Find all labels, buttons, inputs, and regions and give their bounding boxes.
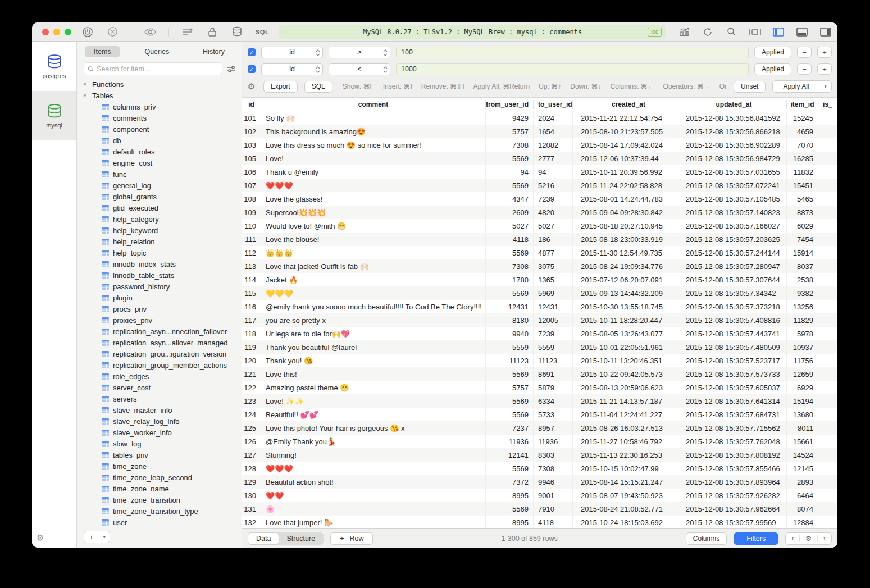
add-row-button[interactable]: + Row <box>330 532 373 545</box>
columns-button[interactable]: Columns <box>686 532 727 545</box>
column-header-item_id[interactable]: item_id <box>787 100 818 109</box>
sidebar-item-table[interactable]: procs_priv <box>77 303 242 314</box>
applied-button[interactable]: Applied <box>754 47 791 58</box>
sidebar-item-table[interactable]: comments <box>77 112 242 124</box>
tab-history[interactable]: History <box>194 46 234 57</box>
sidebar-item-table[interactable]: db <box>77 135 242 146</box>
refresh-icon[interactable] <box>702 26 714 38</box>
table-settings-gear-icon[interactable]: ⚙ <box>800 535 817 543</box>
settings-gear-icon[interactable]: ⚙ <box>37 533 44 543</box>
table-row[interactable]: 129Beautiful action shot!737299462015-08… <box>242 475 837 489</box>
table-row[interactable]: 105Love!556927772015-12-06 10:37:39.4420… <box>242 152 837 165</box>
sidebar-item-table[interactable]: plugin <box>77 292 242 303</box>
sidebar-item-table[interactable]: slave_master_info <box>77 404 242 416</box>
sql-editor-icon[interactable]: SQL <box>256 29 269 35</box>
disconnect-icon[interactable] <box>106 26 119 38</box>
sidebar-item-table[interactable]: innodb_index_stats <box>77 258 242 270</box>
filter-operator-select[interactable]: < <box>329 63 390 75</box>
table-row[interactable]: 114Jacket 🔥178013652015-07-12 06:20:07.0… <box>242 273 837 286</box>
search-input[interactable] <box>97 65 218 73</box>
sidebar-item-table[interactable]: replication_asyn...ailover_managed <box>77 337 242 348</box>
zoom-window-button[interactable] <box>65 29 71 35</box>
sidebar-item-table[interactable]: role_edges <box>77 371 242 382</box>
sidebar-item-table[interactable]: replication_asyn...nnection_failover <box>77 326 242 337</box>
sidebar-item-table[interactable]: time_zone_name <box>77 483 242 494</box>
table-row[interactable]: 121Love this!556986912015-10-22 09:42:05… <box>242 367 837 381</box>
table-row[interactable]: 122Amazing pastel theme 😁575758792015-08… <box>242 381 837 394</box>
sidebar-item-table[interactable]: replication_grou...iguration_version <box>77 348 242 359</box>
remove-filter-button[interactable]: − <box>797 63 812 75</box>
table-row[interactable]: 110Would love to! @mith 😁502750272015-08… <box>242 219 837 233</box>
table-row[interactable]: 107❤️❤️❤️556952162015-11-24 22:02:58.828… <box>242 179 837 192</box>
lock-icon[interactable] <box>206 26 218 38</box>
sidebar-item-table[interactable]: general_log <box>77 180 242 191</box>
table-row[interactable]: 130❤️❤️899590012015-08-07 19:43:50.92320… <box>242 489 837 502</box>
sidebar-item-table[interactable]: help_relation <box>77 236 242 247</box>
connection-mysql[interactable]: mysql <box>32 91 76 140</box>
filter-field-select[interactable]: id <box>261 47 323 58</box>
column-header-from_user_id[interactable]: from_user_id <box>486 100 534 109</box>
filter-value-input[interactable] <box>396 47 749 58</box>
sidebar-item-table[interactable]: slave_worker_info <box>77 427 242 438</box>
table-row[interactable]: 128❤️❤️❤️556973082015-10-15 10:02:47.992… <box>242 462 837 475</box>
sidebar-item-table[interactable]: slave_relay_log_info <box>77 416 242 427</box>
database-icon[interactable] <box>231 26 243 38</box>
table-row[interactable]: 111Love the blouse!41181862015-08-18 23:… <box>242 233 837 246</box>
sidebar-item-table[interactable]: user <box>77 517 242 528</box>
sidebar-item-table[interactable]: columns_priv <box>77 101 242 112</box>
remove-filter-button[interactable]: − <box>797 47 812 58</box>
toggle-bottom-panel-icon[interactable] <box>796 26 808 38</box>
sidebar-item-table[interactable]: global_grants <box>77 191 242 202</box>
column-width-icon[interactable] <box>749 26 761 38</box>
add-filter-button[interactable]: + <box>817 47 832 58</box>
filter-sliders-icon[interactable] <box>227 65 236 73</box>
connection-icon[interactable] <box>81 26 94 38</box>
table-row[interactable]: 113Love that jacket! Outfit is fab 🙌🏻730… <box>242 259 837 273</box>
column-header-id[interactable]: id <box>242 100 261 109</box>
tab-queries[interactable]: Queries <box>135 46 178 57</box>
sidebar-item-table[interactable]: server_cost <box>77 382 242 393</box>
table-row[interactable]: 119Thank you beautiful @laurel5559555920… <box>242 340 837 354</box>
table-row[interactable]: 124Beautiful!! 💕💕556957332015-11-04 12:2… <box>242 408 837 421</box>
chart-icon[interactable] <box>678 26 690 38</box>
log-icon[interactable] <box>181 26 194 38</box>
minimize-window-button[interactable] <box>53 29 60 35</box>
column-header-comment[interactable]: comment <box>261 100 486 109</box>
add-filter-button[interactable]: + <box>817 63 832 75</box>
sidebar-item-table[interactable]: time_zone <box>77 461 242 472</box>
connection-postgres[interactable]: postgres <box>32 42 76 91</box>
sidebar-item-table[interactable]: innodb_table_stats <box>77 270 242 281</box>
sql-button[interactable]: SQL <box>304 81 332 93</box>
filter-operator-select[interactable]: > <box>329 47 390 58</box>
sidebar-item-table[interactable]: help_topic <box>77 247 242 258</box>
filter-settings-gear-icon[interactable]: ⚙ <box>248 81 257 92</box>
export-button[interactable]: Export <box>263 81 298 93</box>
filter-enabled-checkbox[interactable]: ✓ <box>248 48 256 56</box>
table-row[interactable]: 109Supercool💥💥💥260948202015-09-04 09:28:… <box>242 206 837 219</box>
tab-data[interactable]: Data <box>248 533 279 544</box>
search-icon[interactable] <box>725 26 737 38</box>
table-row[interactable]: 131🌸556979102015-08-24 21:08:52.7712015-… <box>242 502 837 516</box>
group-functions[interactable]: ▾ Functions <box>77 79 242 90</box>
item-search[interactable] <box>84 62 222 75</box>
table-row[interactable]: 103Love this dress so much 😍 so nice for… <box>242 138 837 152</box>
close-window-button[interactable] <box>42 29 49 35</box>
table-row[interactable]: 123Love! ✨✨556963342015-11-21 14:13:57.1… <box>242 394 837 408</box>
table-row[interactable]: 120Thank you! 😘11123111232015-10-11 13:2… <box>242 354 837 367</box>
filter-value-input[interactable] <box>396 63 749 75</box>
add-item-button[interactable]: + ▾ <box>84 531 110 543</box>
sidebar-item-table[interactable]: time_zone_leap_second <box>77 472 242 483</box>
sidebar-item-table[interactable]: replication_group_member_actions <box>77 359 242 371</box>
sidebar-item-table[interactable]: password_history <box>77 281 242 292</box>
sidebar-item-table[interactable]: engine_cost <box>77 157 242 168</box>
table-row[interactable]: 132Love that jumper! 🐎899541182015-10-24… <box>242 516 837 528</box>
table-row[interactable]: 118Ur legs are to die for🙌💖994072392015-… <box>242 327 837 340</box>
apply-all-button[interactable]: Apply All ▾ <box>772 80 832 93</box>
sidebar-item-table[interactable]: help_keyword <box>77 225 242 236</box>
table-row[interactable]: 127Stunning!1214183032015-11-13 22:30:16… <box>242 448 837 462</box>
sidebar-item-table[interactable]: time_zone_transition_type <box>77 505 242 517</box>
sidebar-item-table[interactable]: gtid_executed <box>77 202 242 213</box>
table-row[interactable]: 115💛💛💛556959692015-09-13 14:44:32.209201… <box>242 286 837 300</box>
unset-button[interactable]: Unset <box>734 81 766 93</box>
sidebar-item-table[interactable]: time_zone_transition <box>77 494 242 505</box>
